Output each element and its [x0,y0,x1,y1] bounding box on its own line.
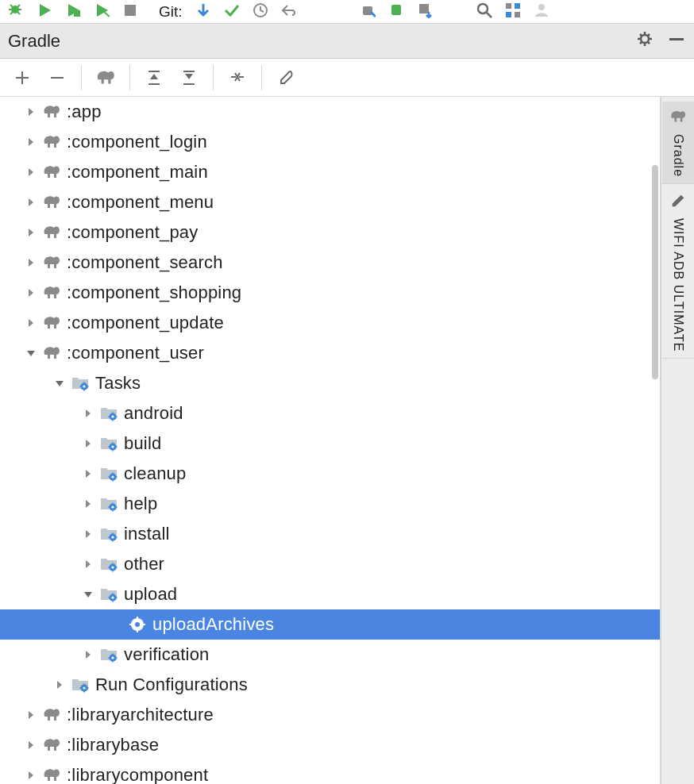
tree-node[interactable]: :component_pay [0,217,660,248]
node-label: Tasks [95,373,141,394]
node-label: install [124,524,170,544]
tree-node[interactable]: verification [0,640,660,670]
tree-node[interactable]: help [0,489,660,519]
offline-button[interactable] [223,63,252,92]
tree-node[interactable]: :libraryarchitecture [0,700,660,730]
remove-button[interactable] [43,63,71,92]
folder-gear-icon [98,463,119,484]
download-icon[interactable] [415,1,433,22]
tree-node[interactable]: :component_main [0,157,660,187]
search-icon[interactable] [475,1,492,22]
vcs-undo-icon[interactable] [280,1,297,22]
vcs-update-icon[interactable] [194,1,211,22]
tree-node[interactable]: :component_login [0,127,660,157]
android-icon-2[interactable] [387,1,404,22]
tree-node[interactable]: Tasks [0,368,660,398]
right-tab-gradle[interactable]: Gradle [662,102,694,184]
tree-node[interactable]: Run Configurations [0,670,660,700]
chevron-right-icon[interactable] [81,557,95,571]
chevron-down-icon[interactable] [52,376,67,390]
vcs-commit-icon[interactable] [222,1,240,22]
right-tool-strip: GradleWIFI ADB ULTIMATE [661,97,694,784]
node-label: :component_main [67,162,208,183]
node-label: :librarybase [67,735,159,755]
tree-node[interactable]: other [0,549,660,579]
profile-icon[interactable] [64,1,81,22]
tree-node[interactable]: :component_shopping [0,278,660,308]
chevron-right-icon[interactable] [24,708,38,722]
folder-gear-icon [98,403,119,424]
scrollbar-thumb[interactable] [652,165,658,379]
chevron-down-icon[interactable] [81,587,95,601]
gradle-action-toolbar [0,59,694,97]
chevron-right-icon[interactable] [52,678,67,692]
tree-node[interactable]: :component_search [0,248,660,278]
node-label: verification [124,644,210,665]
chevron-right-icon[interactable] [81,467,95,481]
chevron-right-icon[interactable] [81,436,95,451]
chevron-right-icon[interactable] [81,648,95,662]
gradle-panel-header: Gradle [0,24,694,59]
elephant-icon [41,313,62,333]
chevron-right-icon[interactable] [24,738,38,752]
right-tab-wifi-adb-ultimate[interactable]: WIFI ADB ULTIMATE [662,186,694,359]
wifi-pencil-icon [669,192,687,213]
folder-gear-icon [98,584,119,605]
panel-title: Gradle [8,31,60,52]
separator [213,65,214,90]
tree-node[interactable]: upload [0,579,660,609]
node-label: :component_search [67,252,223,273]
vcs-history-icon[interactable] [251,1,268,22]
refresh-button[interactable] [91,63,120,92]
chevron-right-icon[interactable] [81,497,95,511]
grid-icon[interactable] [503,1,521,22]
svg-rect-37 [419,4,429,13]
tree-node[interactable]: :component_menu [0,187,660,217]
node-label: Run Configurations [95,674,248,695]
expand-all-button[interactable] [140,63,168,92]
tree-node[interactable]: uploadArchives [0,609,660,640]
bug-icon[interactable] [6,1,24,22]
node-label: uploadArchives [152,614,274,635]
hide-icon[interactable] [667,29,686,52]
chevron-right-icon[interactable] [24,165,38,179]
stop-icon[interactable] [121,1,138,22]
attach-icon[interactable] [92,1,110,22]
elephant-icon [41,705,62,725]
add-button[interactable] [8,63,37,92]
tree-node[interactable]: :app [0,97,660,127]
chevron-right-icon[interactable] [24,286,38,300]
chevron-down-icon[interactable] [24,346,38,360]
chevron-right-icon[interactable] [81,406,95,421]
node-label: :component_user [67,343,204,363]
tree-node[interactable]: :component_update [0,308,660,338]
chevron-right-icon[interactable] [24,135,38,149]
chevron-right-icon[interactable] [24,256,38,270]
settings-icon[interactable] [635,29,654,52]
chevron-right-icon[interactable] [24,225,38,240]
tree-node[interactable]: :librarycomponent [0,760,660,784]
run-icon[interactable] [35,1,52,22]
folder-gear-icon [70,373,91,394]
collapse-all-button[interactable] [175,63,203,92]
folder-gear-icon [98,554,119,575]
android-icon-1[interactable] [358,1,376,22]
user-icon[interactable] [532,1,549,22]
folder-gear-icon [98,494,119,514]
elephant-icon [41,735,62,755]
chevron-right-icon[interactable] [24,105,38,119]
chevron-right-icon[interactable] [24,768,38,782]
chevron-right-icon[interactable] [24,195,38,209]
chevron-right-icon[interactable] [24,316,38,330]
settings-button[interactable] [272,63,300,92]
tree-node[interactable]: cleanup [0,459,660,489]
chevron-right-icon[interactable] [81,527,95,541]
tree-node[interactable]: :librarybase [0,730,660,760]
elephant-icon [41,162,62,183]
separator [261,65,262,90]
tree-node[interactable]: android [0,398,660,429]
gradle-tree[interactable]: :app:component_login:component_main:comp… [0,97,661,784]
tree-node[interactable]: :component_user [0,338,660,368]
tree-node[interactable]: install [0,519,660,549]
tree-node[interactable]: build [0,429,660,459]
